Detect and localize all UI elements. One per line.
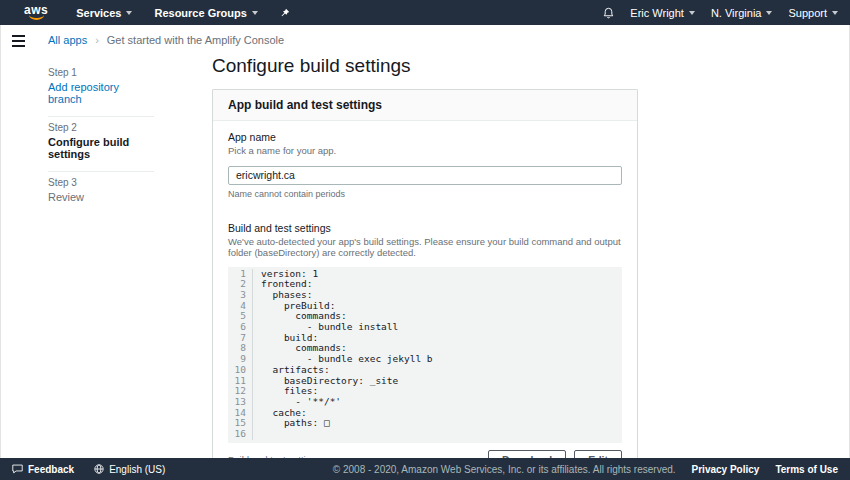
code-line: 10 artifacts: (228, 365, 622, 376)
aws-logo[interactable]: aws (24, 5, 48, 20)
notifications-button[interactable] (603, 7, 614, 19)
main-panel: Configure build settings App build and t… (212, 54, 638, 480)
chevron-down-icon (766, 11, 772, 15)
breadcrumb-separator: › (95, 34, 99, 46)
breadcrumb-current: Get started with the Amplify Console (107, 34, 284, 46)
services-menu-label: Services (76, 7, 121, 19)
hamburger-icon (12, 35, 25, 37)
page-title: Configure build settings (212, 55, 638, 77)
line-text: artifacts: (253, 365, 330, 376)
aws-smile-icon (29, 15, 44, 20)
step-1-link[interactable]: Add repository branch (48, 81, 154, 105)
build-settings-section: Build and test settings We've auto-detec… (228, 222, 622, 470)
amplify-console-page: aws Services Resource Groups Eric Wright (0, 0, 850, 480)
app-name-description: Pick a name for your app. (228, 145, 622, 156)
content-area: All apps › Get started with the Amplify … (0, 25, 850, 458)
pin-icon (280, 8, 290, 18)
breadcrumb: All apps › Get started with the Amplify … (48, 34, 808, 46)
chevron-down-icon (689, 11, 695, 15)
feedback-label: Feedback (28, 464, 74, 475)
yaml-code-editor: 1version: 1 2frontend: 3 phases: 4 preBu… (228, 267, 622, 443)
language-selector[interactable]: English (US) (94, 464, 165, 475)
step-3: Step 3 Review (48, 172, 154, 214)
step-3-number: Step 3 (48, 177, 154, 188)
chevron-down-icon (126, 11, 132, 15)
step-3-label: Review (48, 191, 154, 203)
language-label: English (US) (109, 464, 165, 475)
support-menu-label: Support (788, 7, 827, 19)
top-navigation-bar: aws Services Resource Groups Eric Wright (0, 0, 850, 25)
line-number: 10 (228, 365, 253, 376)
app-name-input[interactable] (228, 166, 622, 185)
account-menu[interactable]: Eric Wright (630, 7, 695, 19)
account-menu-label: Eric Wright (630, 7, 684, 19)
code-line: 15 paths: □ (228, 418, 622, 429)
resource-groups-menu-label: Resource Groups (154, 7, 246, 19)
chevron-down-icon (832, 11, 838, 15)
wizard-steps-sidebar: Step 1 Add repository branch Step 2 Conf… (48, 54, 212, 480)
pin-shortcut-button[interactable] (280, 8, 290, 18)
copyright-text: © 2008 - 2020, Amazon Web Services, Inc.… (333, 464, 676, 475)
step-2-number: Step 2 (48, 122, 154, 133)
feedback-button[interactable]: Feedback (12, 464, 74, 475)
terms-of-use-link[interactable]: Terms of Use (775, 464, 838, 475)
app-name-field: App name Pick a name for your app. Name … (228, 131, 622, 199)
code-line: 3 phases: (228, 290, 622, 301)
privacy-policy-link[interactable]: Privacy Policy (692, 464, 760, 475)
chevron-down-icon (252, 11, 258, 15)
line-number: 3 (228, 290, 253, 301)
services-menu[interactable]: Services (76, 7, 132, 19)
step-2: Step 2 Configure build settings (48, 117, 154, 172)
bell-icon (603, 7, 614, 19)
step-1-number: Step 1 (48, 67, 154, 78)
line-text (253, 429, 261, 440)
sidebar-toggle-button[interactable] (10, 33, 27, 49)
line-text: paths: □ (253, 418, 330, 429)
region-menu[interactable]: N. Virginia (711, 7, 773, 19)
build-settings-label: Build and test settings (228, 222, 622, 234)
step-1: Step 1 Add repository branch (48, 62, 154, 117)
app-name-hint: Name cannot contain periods (228, 189, 622, 199)
line-text: phases: (253, 290, 312, 301)
app-name-label: App name (228, 131, 622, 143)
resource-groups-menu[interactable]: Resource Groups (154, 7, 257, 19)
build-settings-card: App build and test settings App name Pic… (212, 89, 638, 480)
line-number: 16 (228, 429, 253, 440)
code-line: 16 (228, 429, 622, 440)
feedback-icon (12, 464, 23, 474)
card-header: App build and test settings (213, 90, 637, 121)
footer-bar: Feedback English (US) © 2008 - 2020, Ama… (0, 458, 850, 480)
globe-icon (94, 464, 104, 474)
step-2-current: Configure build settings (48, 136, 154, 160)
breadcrumb-all-apps-link[interactable]: All apps (48, 34, 87, 46)
region-menu-label: N. Virginia (711, 7, 762, 19)
build-settings-description: We've auto-detected your app's build set… (228, 236, 622, 258)
aws-logo-text: aws (24, 5, 48, 15)
support-menu[interactable]: Support (788, 7, 838, 19)
